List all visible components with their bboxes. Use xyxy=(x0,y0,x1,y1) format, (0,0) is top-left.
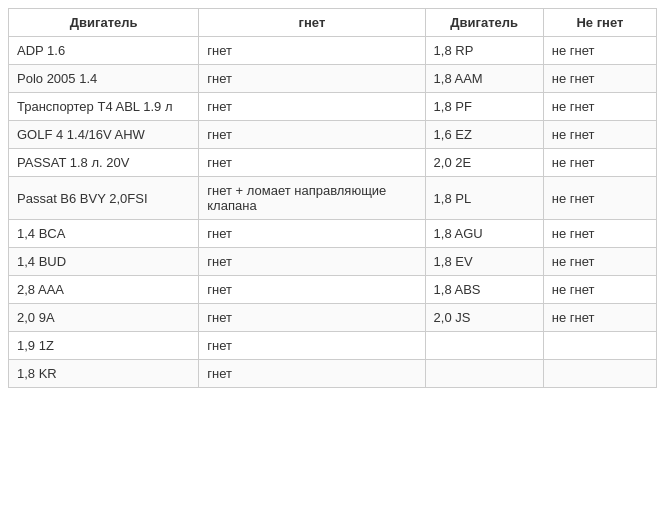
bends-left-cell: гнет xyxy=(199,360,425,388)
engine-left-cell: Транспортер T4 ABL 1.9 л xyxy=(9,93,199,121)
bends-left-cell: гнет xyxy=(199,332,425,360)
table-row: Транспортер T4 ABL 1.9 лгнет1,8 PFне гне… xyxy=(9,93,657,121)
engine-right-cell: 1,8 EV xyxy=(425,248,543,276)
bends-right-cell: не гнет xyxy=(543,93,656,121)
page: Двигатель гнет Двигатель Не гнет ADP 1.6… xyxy=(0,0,665,523)
bends-left-cell: гнет + ломает направляющие клапана xyxy=(199,177,425,220)
bends-right-cell: не гнет xyxy=(543,65,656,93)
bends-left-cell: гнет xyxy=(199,65,425,93)
table-row: PASSAT 1.8 л. 20Vгнет2,0 2Eне гнет xyxy=(9,149,657,177)
table-row: 1,8 KRгнет xyxy=(9,360,657,388)
engine-left-cell: 1,4 BCA xyxy=(9,220,199,248)
bends-left-cell: гнет xyxy=(199,248,425,276)
bends-left-cell: гнет xyxy=(199,304,425,332)
engine-left-cell: Passat B6 BVY 2,0FSI xyxy=(9,177,199,220)
table-row: Passat B6 BVY 2,0FSIгнет + ломает направ… xyxy=(9,177,657,220)
table-row: 1,4 BUDгнет1,8 EVне гнет xyxy=(9,248,657,276)
header-bends-right: Не гнет xyxy=(543,9,656,37)
engine-right-cell xyxy=(425,332,543,360)
bends-right-cell: не гнет xyxy=(543,220,656,248)
bends-right-cell xyxy=(543,360,656,388)
bends-right-cell: не гнет xyxy=(543,248,656,276)
table-row: Polo 2005 1.4гнет1,8 AAMне гнет xyxy=(9,65,657,93)
bends-right-cell: не гнет xyxy=(543,304,656,332)
engine-right-cell: 1,8 PF xyxy=(425,93,543,121)
bends-left-cell: гнет xyxy=(199,149,425,177)
engine-left-cell: 1,4 BUD xyxy=(9,248,199,276)
bends-right-cell xyxy=(543,332,656,360)
bends-right-cell: не гнет xyxy=(543,37,656,65)
bends-left-cell: гнет xyxy=(199,37,425,65)
engine-right-cell: 2,0 2E xyxy=(425,149,543,177)
engine-left-cell: 2,8 AAA xyxy=(9,276,199,304)
bends-left-cell: гнет xyxy=(199,220,425,248)
engine-right-cell: 1,6 EZ xyxy=(425,121,543,149)
bends-left-cell: гнет xyxy=(199,121,425,149)
engine-left-cell: PASSAT 1.8 л. 20V xyxy=(9,149,199,177)
bends-right-cell: не гнет xyxy=(543,121,656,149)
engine-left-cell: GOLF 4 1.4/16V AHW xyxy=(9,121,199,149)
bends-right-cell: не гнет xyxy=(543,177,656,220)
table-row: ADP 1.6гнет1,8 RPне гнет xyxy=(9,37,657,65)
table-row: 1,9 1Zгнет xyxy=(9,332,657,360)
table-row: 2,8 AAAгнет1,8 ABSне гнет xyxy=(9,276,657,304)
engine-left-cell: 2,0 9A xyxy=(9,304,199,332)
engine-right-cell: 1,8 RP xyxy=(425,37,543,65)
engine-right-cell xyxy=(425,360,543,388)
bends-left-cell: гнет xyxy=(199,276,425,304)
table-row: 1,4 BCAгнет1,8 AGUне гнет xyxy=(9,220,657,248)
engine-right-cell: 1,8 ABS xyxy=(425,276,543,304)
bends-left-cell: гнет xyxy=(199,93,425,121)
engine-left-cell: Polo 2005 1.4 xyxy=(9,65,199,93)
engine-right-cell: 1,8 AAM xyxy=(425,65,543,93)
table-row: 2,0 9Aгнет2,0 JSне гнет xyxy=(9,304,657,332)
header-bends-left: гнет xyxy=(199,9,425,37)
engine-right-cell: 1,8 PL xyxy=(425,177,543,220)
engine-left-cell: ADP 1.6 xyxy=(9,37,199,65)
bends-right-cell: не гнет xyxy=(543,149,656,177)
engines-table: Двигатель гнет Двигатель Не гнет ADP 1.6… xyxy=(8,8,657,388)
bends-right-cell: не гнет xyxy=(543,276,656,304)
engine-left-cell: 1,9 1Z xyxy=(9,332,199,360)
engine-left-cell: 1,8 KR xyxy=(9,360,199,388)
header-engine-left: Двигатель xyxy=(9,9,199,37)
engine-right-cell: 2,0 JS xyxy=(425,304,543,332)
engine-right-cell: 1,8 AGU xyxy=(425,220,543,248)
table-row: GOLF 4 1.4/16V AHWгнет1,6 EZне гнет xyxy=(9,121,657,149)
header-engine-right: Двигатель xyxy=(425,9,543,37)
